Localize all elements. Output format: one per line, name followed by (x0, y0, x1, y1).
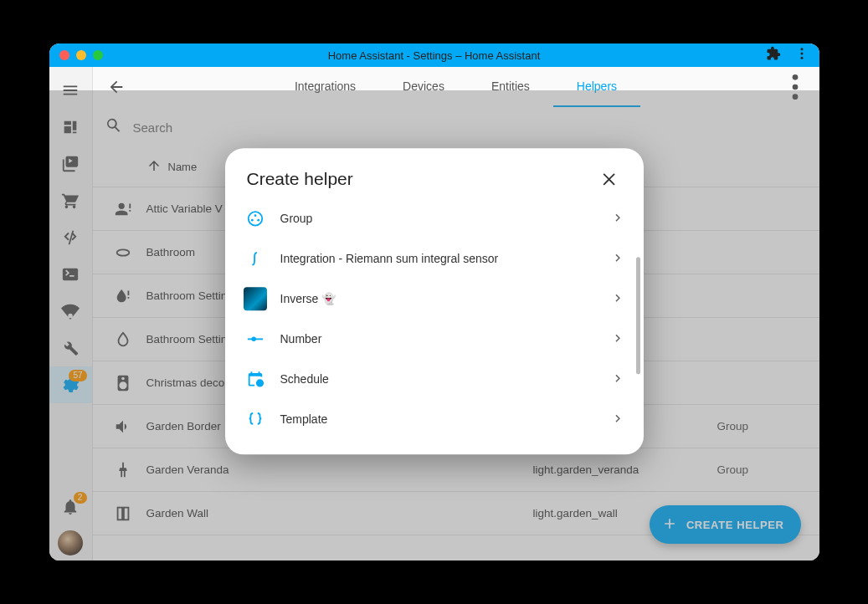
close-window-button[interactable] (59, 50, 69, 60)
svg-point-3 (793, 74, 799, 80)
chevron-right-icon (610, 371, 625, 388)
dialog-scrollbar[interactable] (636, 257, 640, 374)
helper-option-group[interactable]: Group (225, 198, 644, 238)
app-window: Home Assistant - Settings – Home Assista… (49, 44, 819, 560)
helper-option-integration[interactable]: Integration - Riemann sum integral senso… (225, 238, 644, 279)
helper-option-inverse[interactable]: Inverse 👻 (225, 279, 644, 319)
helper-option-number[interactable]: Number (225, 319, 644, 359)
svg-point-9 (248, 212, 262, 225)
extensions-icon[interactable] (766, 46, 781, 64)
svg-point-2 (800, 57, 803, 59)
dialog-list: Group Integration - Riemann sum integral… (225, 198, 644, 439)
svg-point-1 (800, 53, 803, 55)
create-helper-dialog: Create helper Group Integration - Rieman… (225, 148, 644, 454)
svg-point-4 (793, 84, 799, 90)
chevron-right-icon (610, 250, 625, 268)
traffic-lights (59, 50, 103, 60)
helper-option-schedule[interactable]: Schedule (225, 359, 644, 399)
dialog-title: Create helper (247, 169, 353, 189)
svg-point-12 (254, 214, 256, 217)
window-title: Home Assistant - Settings – Home Assista… (49, 49, 819, 62)
dialog-close-button[interactable] (597, 166, 622, 192)
titlebar: Home Assistant - Settings – Home Assista… (49, 44, 819, 67)
integral-icon (244, 247, 267, 270)
svg-point-14 (251, 337, 256, 342)
svg-point-0 (800, 48, 803, 50)
calendar-clock-icon (244, 367, 267, 391)
chevron-right-icon (610, 330, 625, 348)
braces-icon (244, 407, 267, 431)
chevron-right-icon (610, 210, 625, 228)
helper-option-template[interactable]: Template (225, 399, 644, 439)
minimize-window-button[interactable] (76, 50, 86, 60)
svg-point-11 (257, 219, 259, 222)
svg-point-10 (250, 219, 253, 222)
chevron-right-icon (610, 411, 625, 428)
slider-icon (244, 327, 267, 351)
maximize-window-button[interactable] (93, 50, 103, 60)
chevron-right-icon (610, 290, 625, 308)
group-icon (244, 207, 267, 230)
inverse-icon (244, 287, 267, 310)
browser-menu-icon[interactable] (794, 46, 809, 64)
